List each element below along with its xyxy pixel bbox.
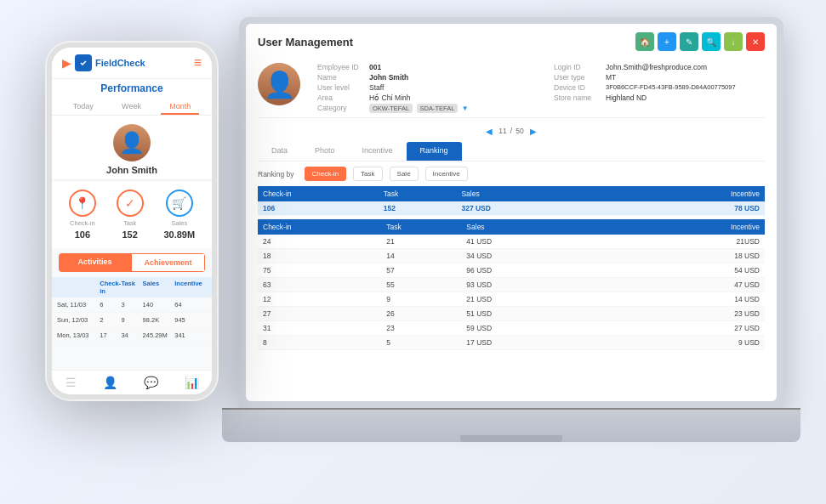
page-separator: / (510, 127, 512, 135)
phone-cell-0-2: 3 (121, 301, 142, 309)
nav-profile[interactable]: 👤 (103, 376, 117, 389)
cell-7-5: 9 USD (640, 336, 765, 350)
rank-sale-button[interactable]: Sale (390, 167, 419, 181)
phone: ▶ FieldCheck ≡ Performance Today Week (47, 42, 217, 399)
laptop-screen: User Management 🏠 + ✎ 🔍 ↓ ✕ (239, 17, 783, 408)
cell-4-0: 12 (258, 292, 381, 307)
phone-cell-2-0: Mon, 13/03 (57, 331, 100, 339)
next-page-button[interactable]: ▶ (527, 125, 539, 137)
cell-7-0: 8 (258, 336, 381, 350)
prev-page-button[interactable]: ◀ (483, 125, 495, 137)
cell-4-3 (575, 292, 607, 307)
expand-tags[interactable]: ▼ (462, 105, 469, 112)
nav-stats[interactable]: 📊 (185, 376, 199, 389)
phone-cell-0-4: 64 (174, 301, 207, 309)
logo-badge (75, 54, 92, 71)
cell-0-2: 41 USD (461, 235, 574, 249)
rank-task-button[interactable]: Task (353, 167, 382, 181)
rank-incentive-button[interactable]: Incentive (425, 167, 468, 181)
cell-0-3 (575, 235, 607, 249)
add-button[interactable]: + (658, 32, 676, 51)
sales-icon: 🛒 (166, 190, 193, 217)
phone-cell-1-0: Sun, 12/03 (57, 316, 100, 324)
tab-photo[interactable]: Photo (301, 142, 349, 161)
cell-1-0: 18 (258, 249, 381, 263)
phone-screen: ▶ FieldCheck ≡ Performance Today Week (52, 48, 212, 394)
phone-col-task: Task (121, 280, 142, 295)
phone-table-header: Check-in Task Sales Incentive (52, 277, 212, 297)
cell-3-5: 47 USD (640, 278, 765, 292)
phone-logo: ▶ FieldCheck (62, 54, 145, 71)
delete-button[interactable]: ✕ (746, 32, 765, 51)
content-tabs: Data Photo Incentive Ranking (258, 142, 765, 161)
pagination: ◀ 11 / 50 ▶ (258, 125, 765, 137)
rank-checkin-button[interactable]: Check-in (305, 167, 347, 181)
user-type-label: User type (554, 73, 601, 82)
summary-col-checkin: Check-in (258, 186, 379, 201)
cell-5-2: 51 USD (461, 307, 574, 321)
user-info-section: Employee ID 001 Login ID John.Smith@fres… (258, 58, 765, 118)
nav-chat[interactable]: 💬 (144, 376, 158, 389)
cell-2-0: 75 (258, 263, 381, 278)
phone-cell-2-1: 17 (100, 331, 121, 339)
search-button[interactable]: 🔍 (702, 32, 721, 51)
category-value: OKW-TEFAL SDA-TEFAL ▼ (369, 104, 469, 112)
device-id-value: 3F0B6CCF-FD45-43FB-9589-D84A00775097 (606, 83, 736, 92)
name-field: Name John Smith (317, 73, 528, 82)
cell-4-5: 14 USD (640, 292, 765, 307)
home-button[interactable]: 🏠 (635, 32, 654, 51)
tab-data[interactable]: Data (258, 142, 301, 161)
phone-tab-month[interactable]: Month (161, 99, 199, 115)
cell-6-0: 31 (258, 321, 381, 336)
fieldcheck-logo-svg (78, 58, 88, 68)
tab-ranking[interactable]: Ranking (407, 142, 462, 161)
task-value: 152 (122, 229, 137, 240)
laptop: User Management 🏠 + ✎ 🔍 ↓ ✕ (222, 17, 800, 459)
menu-icon[interactable]: ≡ (194, 55, 202, 71)
store-name-field: Store name Highland ND (554, 93, 765, 102)
table-row: 635593 USD47 USD (258, 278, 765, 292)
achievement-button[interactable]: Achievement (131, 253, 205, 272)
summary-empty1 (579, 201, 611, 216)
user-level-label: User level (317, 83, 364, 92)
cell-2-4 (607, 263, 640, 278)
phone-tab-week[interactable]: Week (113, 99, 150, 115)
export-button[interactable]: ↓ (724, 32, 743, 51)
laptop-header: User Management 🏠 + ✎ 🔍 ↓ ✕ (258, 32, 765, 51)
ranking-label: Ranking by (258, 170, 294, 178)
summary-data-row: 106 152 327 USD 78 USD (258, 201, 765, 216)
cell-6-5: 27 USD (640, 321, 765, 336)
page-current: 11 (498, 127, 506, 135)
summary-table: Check-in Task Sales Incentive 106 152 (258, 186, 765, 216)
table-row: 181434 USD18 USD (258, 249, 765, 263)
tab-incentive[interactable]: Incentive (349, 142, 407, 161)
user-level-field: User level Staff (317, 83, 528, 92)
cell-7-4 (607, 336, 640, 350)
sales-value: 30.89M (163, 229, 195, 240)
phone-cell-0-0: Sat, 11/03 (57, 301, 100, 309)
logo-text: FieldCheck (95, 58, 145, 68)
name-value: John Smith (369, 73, 408, 82)
cell-5-5: 23 USD (640, 307, 765, 321)
phone-bottom-nav: ☰ 👤 💬 📊 (52, 370, 212, 394)
laptop-base (222, 408, 800, 442)
table-row: 272651 USD23 USD (258, 307, 765, 321)
phone-topbar: ▶ FieldCheck ≡ (52, 48, 212, 79)
summary-empty2 (611, 201, 642, 216)
cell-0-1: 21 (381, 235, 461, 249)
phone-col-incentive: Incentive (174, 280, 207, 295)
nav-list[interactable]: ☰ (66, 376, 77, 389)
avatar-face (258, 63, 300, 105)
store-name-value: Highland ND (606, 93, 647, 102)
ranking-controls: Ranking by Check-in Task Sale Incentive (258, 167, 765, 181)
phone-tab-today[interactable]: Today (65, 99, 102, 115)
login-id-field: Login ID John.Smith@freshproduce.com (554, 63, 765, 71)
activities-button[interactable]: Activities (59, 253, 131, 272)
edit-button[interactable]: ✎ (680, 32, 698, 51)
cell-4-4 (607, 292, 640, 307)
phone-avatar: 👤 (113, 124, 151, 161)
list-item: Mon, 13/031734245.29M341 (52, 328, 212, 343)
cell-3-0: 63 (258, 278, 381, 292)
phone-table-body: Sat, 11/036314064Sun, 12/032998.2K945Mon… (52, 297, 212, 343)
phone-screen-title: Performance (52, 79, 212, 96)
